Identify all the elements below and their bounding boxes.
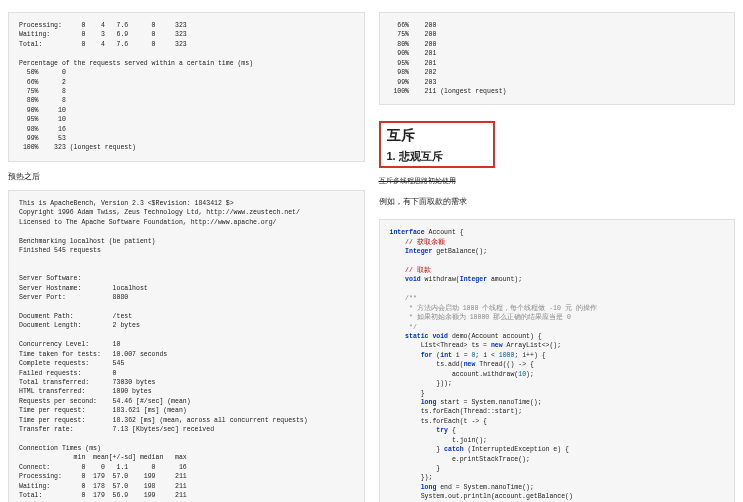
code-block-java: interface Account { // 获取余额 Integer getB… [379, 219, 736, 502]
code-text: 66% 200 75% 200 80% 200 90% 201 95% 201 … [390, 22, 507, 95]
code-block-ab-output: This is ApacheBench, Version 2.3 <$Revis… [8, 190, 365, 502]
strikethrough-note: 互斥多线程思路初始使用 [379, 176, 736, 186]
code-text: This is ApacheBench, Version 2.3 <$Revis… [19, 200, 308, 502]
code-block-percentile-1: Processing: 0 4 7.6 0 323 Waiting: 0 3 6… [8, 12, 365, 162]
heading-pessimistic: 1. 悲观互斥 [387, 149, 487, 164]
heading-mutex: 互斥 [387, 127, 487, 145]
caption-after-warmup: 预热之后 [8, 172, 365, 182]
paragraph-intro: 例如，有下面取款的需求 [379, 196, 736, 207]
heading-box: 互斥 1. 悲观互斥 [379, 121, 495, 168]
left-column: Processing: 0 4 7.6 0 323 Waiting: 0 3 6… [8, 8, 365, 502]
right-column: 66% 200 75% 200 80% 200 90% 201 95% 201 … [379, 8, 736, 502]
code-block-percentile-2: 66% 200 75% 200 80% 200 90% 201 95% 201 … [379, 12, 736, 105]
code-text: Processing: 0 4 7.6 0 323 Waiting: 0 3 6… [19, 22, 253, 151]
